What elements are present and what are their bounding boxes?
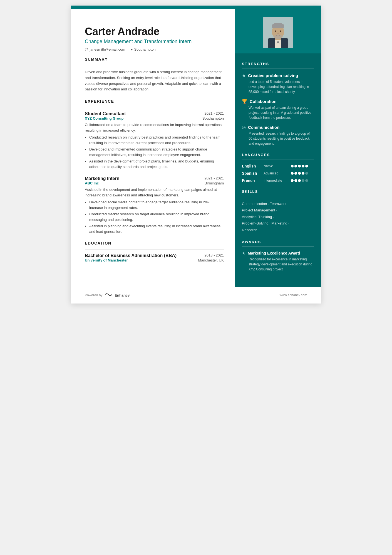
exp-date-1: 2021 - 2021 [205,111,224,115]
skills-section: SKILLS Communication · Teamwork ·Project… [242,189,314,233]
location-contact: ● Southampton [131,47,156,51]
dot [305,172,308,175]
exp-title-1: Student Consultant [85,111,126,116]
strength-header-1: ★ Creative problem-solving [242,73,314,78]
right-content: STRENGTHS ★ Creative problem-solving Led… [235,53,321,287]
education-title: EDUCATION [85,241,224,245]
footer-left: Powered by Enhancv [85,292,130,299]
location-icon: ● [131,48,133,51]
experience-section: EXPERIENCE Student Consultant 2021 - 202… [85,99,224,234]
dot [294,165,297,167]
language-item-french: French Intermediate [242,178,314,183]
education-section: EDUCATION Bachelor of Business Administr… [85,241,224,262]
svg-point-10 [277,33,279,34]
bullet-item: Conducted market research on target audi… [89,211,224,222]
svg-point-8 [275,31,276,32]
strength-header-2: 🏆 Collaboration [242,99,314,104]
svg-rect-7 [272,25,284,28]
footer-url: www.enhancv.com [280,293,307,297]
award-desc-1: Recognized for excellence in marketing s… [242,257,314,272]
edu-location-1: Manchester, UK [198,258,224,262]
edu-header-1: Bachelor of Business Administration (BBA… [85,253,224,258]
skills-divider [242,196,314,196]
bullet-item: Developed social media content to engage… [89,199,224,210]
star-icon: ★ [242,73,246,78]
awards-title: AWARDS [242,240,314,244]
strengths-divider [242,68,314,68]
award-name-1: Marketing Excellence Award [248,251,300,255]
dot [291,165,294,167]
strength-name-3: Communication [248,125,279,130]
dot [305,165,308,167]
exp-location-2: Birmingham [205,181,224,185]
dot [294,179,297,182]
contact-info: @ janesmith@email.com ● Southampton [85,47,210,51]
candidate-name: Carter Andrade [85,26,210,38]
lang-level-french: Intermediate [264,179,289,182]
exp-bullets-2: Developed social media content to engage… [85,199,224,234]
strength-desc-1: Led a team of 5 student volunteers in de… [242,79,314,94]
header-section: Carter Andrade Change Management and Tra… [85,20,224,57]
lang-name-english: English [242,164,261,168]
dot [305,179,308,182]
left-column: Carter Andrade Change Management and Tra… [71,9,235,287]
email-contact: @ janesmith@email.com [85,47,125,51]
bullet-item: Conducted research on industry best prac… [89,135,224,145]
exp-date-2: 2021 - 2021 [205,176,224,180]
exp-sub-header-2: ABC Inc Birmingham [85,181,224,185]
edu-degree-1: Bachelor of Business Administration (BBA… [85,253,177,258]
strength-item-3: ◎ Communication Presented research findi… [242,125,314,146]
top-accent-strip [71,6,321,9]
footer-brand: Enhancv [115,293,130,297]
communication-icon: ◎ [242,125,246,130]
bullet-item: Assisted in the development of project p… [89,159,224,169]
strength-item-1: ★ Creative problem-solving Led a team of… [242,73,314,94]
language-item-spanish: Spanish Advanced [242,171,314,176]
languages-title: LANGUAGES [242,153,314,157]
lang-level-english: Native [264,164,289,168]
exp-location-1: Southampton [202,116,224,120]
dot [291,179,294,182]
bullet-item: Developed and implemented communication … [89,147,224,157]
lang-dots-spanish [291,172,308,175]
dot [298,179,301,182]
experience-title: EXPERIENCE [85,99,224,103]
edu-date-1: 2018 - 2021 [205,253,224,258]
lang-dots-english [291,165,308,167]
footer: Powered by Enhancv www.enhancv.com [71,287,321,304]
photo-section [235,9,321,53]
education-divider [85,250,224,250]
strength-header-3: ◎ Communication [242,125,314,130]
awards-divider [242,246,314,246]
email-value: janesmith@email.com [90,47,125,51]
awards-section: AWARDS ★ Marketing Excellence Award Reco… [242,240,314,272]
svg-point-11 [274,34,282,39]
dot [302,179,304,182]
strength-desc-3: Presented research findings to a group o… [242,131,314,146]
strength-desc-2: Worked as part of a team during a group … [242,105,314,120]
trophy-icon: 🏆 [242,99,247,104]
location-value: Southampton [134,47,156,51]
strength-name-1: Creative problem-solving [248,73,298,78]
language-item-english: English Native [242,164,314,168]
exp-description-2: Assisted in the development and implemen… [85,187,224,198]
exp-header-1: Student Consultant 2021 - 2021 [85,111,224,116]
resume-document: Carter Andrade Change Management and Tra… [71,6,321,304]
summary-text: Driven and proactive business graduate w… [85,69,224,92]
experience-divider [85,108,224,108]
skills-text: Communication · Teamwork ·Project Manage… [242,201,314,233]
svg-point-9 [280,31,281,32]
resume-body: Carter Andrade Change Management and Tra… [71,9,321,287]
exp-company-2: ABC Inc [85,181,99,185]
dot [298,172,301,175]
education-item-1: Bachelor of Business Administration (BBA… [85,253,224,262]
lang-name-french: French [242,178,261,183]
dot [298,165,301,167]
strength-item-2: 🏆 Collaboration Worked as part of a team… [242,99,314,120]
powered-by-text: Powered by [85,293,102,297]
edu-sub-header-1: University of Manchester Manchester, UK [85,258,224,262]
email-icon: @ [85,48,88,51]
enhancv-logo-icon [105,292,112,299]
skills-title: SKILLS [242,189,314,194]
lang-level-spanish: Advanced [264,171,289,175]
